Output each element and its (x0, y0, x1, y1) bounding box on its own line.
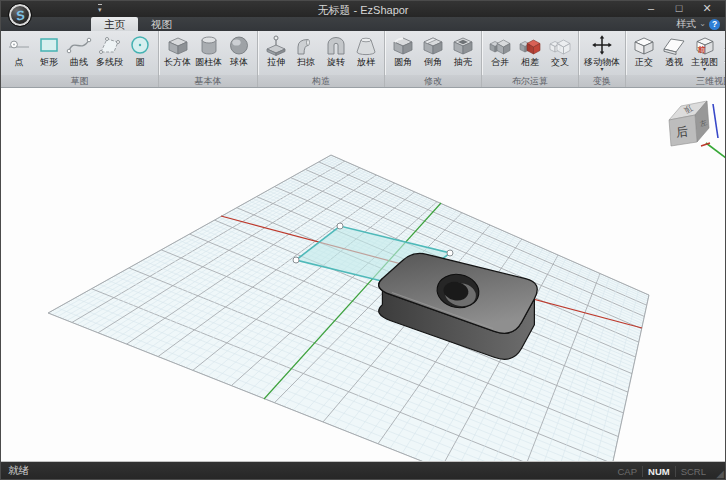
view-cube[interactable]: 后 顶 左 (669, 101, 725, 158)
z-axis-gizmo (713, 104, 718, 138)
sphere-icon (226, 33, 252, 57)
sketch-handle[interactable] (447, 250, 453, 256)
y-axis-gizmo (706, 143, 725, 158)
ribbon-button-main-view[interactable]: 前 主视图 ▾ (689, 33, 720, 72)
sketch-handle[interactable] (293, 257, 299, 263)
ribbon-group-transform: 移动物体 ▾ 变换 (579, 31, 626, 87)
status-message: 就绪 (1, 464, 29, 478)
style-menu-button[interactable]: 样式 (676, 17, 696, 31)
polyline-icon (97, 33, 123, 57)
ribbon-group-modify: 圆角 倒角 (385, 31, 482, 87)
box-icon (165, 33, 191, 57)
scroll-lock-indicator: SCRL (675, 466, 711, 477)
group-label-transform: 变换 (579, 75, 625, 87)
ribbon-button-chamfer[interactable]: 倒角 (418, 33, 448, 67)
num-lock-indicator: NUM (642, 466, 675, 477)
union-icon (487, 33, 513, 57)
view-button-left[interactable]: 左视图 (724, 49, 725, 62)
ribbon-group-3d-views: 正交 透视 前 主视图 ▾ (626, 31, 725, 87)
cylinder-icon (196, 33, 222, 57)
move-icon (589, 33, 615, 57)
title-bar: S ▾ 无标题 - EzShapor – □ ✕ (1, 1, 725, 17)
window-title: 无标题 - EzShapor (1, 3, 725, 18)
ribbon-button-shell[interactable]: 抽壳 (448, 33, 478, 67)
ribbon-button-cylinder[interactable]: 圆柱体 (193, 33, 224, 67)
view-button-front[interactable]: 前视图 (724, 36, 725, 49)
svg-text:前: 前 (697, 45, 705, 54)
ribbon-button-extrude[interactable]: 拉伸 (261, 33, 291, 67)
group-label-primitives: 基本体 (159, 75, 257, 87)
ribbon: 点 矩形 曲线 (1, 31, 725, 88)
status-bar: 就绪 CAP NUM SCRL ◢ (1, 462, 725, 480)
main-view-icon: 前 (692, 33, 718, 57)
resize-grip[interactable]: ◢ (716, 469, 724, 479)
move-dropdown-icon[interactable]: ▾ (600, 67, 603, 72)
ribbon-button-rectangle[interactable]: 矩形 (34, 33, 64, 67)
shell-icon (450, 33, 476, 57)
sweep-icon (293, 33, 319, 57)
group-label-sketch: 草图 (1, 75, 158, 87)
maximize-button[interactable]: □ (665, 1, 693, 17)
style-caret-icon[interactable]: ⌄ (699, 20, 706, 28)
ribbon-button-revolve[interactable]: 旋转 (321, 33, 351, 67)
ribbon-button-union[interactable]: 合并 (485, 33, 515, 67)
ribbon-group-boolean: 合并 相差 (482, 31, 579, 87)
view-cube-front-label: 后 (675, 124, 688, 139)
ribbon-group-sketch: 点 矩形 曲线 (1, 31, 159, 87)
ribbon-button-intersect[interactable]: 交叉 (545, 33, 575, 67)
ribbon-button-perspective[interactable]: 透视 (659, 33, 689, 67)
tab-view[interactable]: 视图 (138, 17, 185, 31)
ribbon-button-sweep[interactable]: 扫掠 (291, 33, 321, 67)
circle-icon (127, 33, 153, 57)
group-label-boolean: 布尔运算 (482, 75, 578, 87)
point-icon (6, 33, 32, 57)
ribbon-button-sphere[interactable]: 球体 (224, 33, 254, 67)
app-window: S ▾ 无标题 - EzShapor – □ ✕ 主页 视图 样式 ⌄ ? (0, 0, 726, 480)
rectangle-icon (36, 33, 62, 57)
perspective-icon (661, 33, 687, 57)
sketch-handle[interactable] (337, 223, 343, 229)
app-logo-icon[interactable]: S (8, 3, 32, 27)
tab-home[interactable]: 主页 (91, 17, 138, 31)
group-label-3d-views: 三维视图 (626, 75, 725, 87)
ribbon-tab-bar: 主页 视图 样式 ⌄ ? (1, 17, 725, 31)
ribbon-group-primitives: 长方体 圆柱体 球体 基本体 (159, 31, 258, 87)
ribbon-button-loft[interactable]: 放样 (351, 33, 381, 67)
help-icon[interactable]: ? (709, 19, 720, 30)
ribbon-group-construct: 拉伸 扫掠 旋转 (258, 31, 385, 87)
extrude-icon (263, 33, 289, 57)
viewport-3d[interactable]: 后 顶 左 (1, 88, 725, 462)
ribbon-button-box[interactable]: 长方体 (162, 33, 193, 67)
ribbon-button-fillet[interactable]: 圆角 (388, 33, 418, 67)
close-button[interactable]: ✕ (693, 1, 721, 17)
ribbon-button-ortho[interactable]: 正交 (629, 33, 659, 67)
fillet-icon (390, 33, 416, 57)
ribbon-button-subtract[interactable]: 相差 (515, 33, 545, 67)
view-button-top[interactable]: 顶视图 (724, 62, 725, 75)
loft-icon (353, 33, 379, 57)
ribbon-button-circle[interactable]: 圆 (125, 33, 155, 67)
group-label-construct: 构造 (258, 75, 384, 87)
ribbon-button-move[interactable]: 移动物体 ▾ (582, 33, 622, 72)
caps-lock-indicator: CAP (612, 466, 642, 477)
ribbon-button-polyline[interactable]: 多线段 (94, 33, 125, 67)
curve-icon (66, 33, 92, 57)
chamfer-icon (420, 33, 446, 57)
group-label-modify: 修改 (385, 75, 481, 87)
minimize-button[interactable]: – (637, 1, 665, 17)
ortho-icon (631, 33, 657, 57)
revolve-icon (323, 33, 349, 57)
subtract-icon (517, 33, 543, 57)
ribbon-button-curve[interactable]: 曲线 (64, 33, 94, 67)
ribbon-button-point[interactable]: 点 (4, 33, 34, 67)
intersect-icon (547, 33, 573, 57)
main-view-dropdown-icon[interactable]: ▾ (703, 67, 706, 72)
